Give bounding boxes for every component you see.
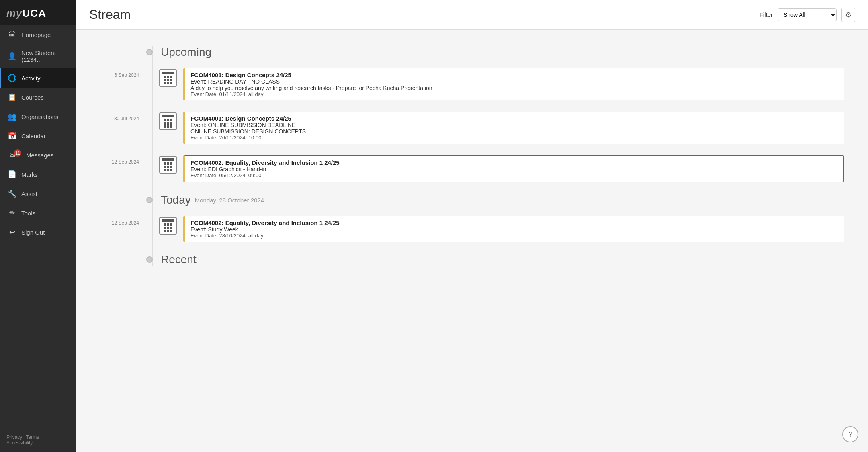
item-content: FCOM4001: Design Concepts 24/25 Event: O… [183,112,844,144]
card-date: Event Date: 01/11/2024, all day [190,91,838,97]
sidebar-item-label: Assist [21,190,37,197]
tl-dot-col [145,216,157,220]
card-date: Event Date: 26/11/2024, 10:00 [190,135,838,141]
item-content: FCOM4002: Equality, Diversity and Inclus… [183,216,844,242]
calendar-item-icon [159,156,177,174]
recent-dot-col [100,256,157,263]
card-event: Event: Study Week [190,226,838,233]
header-right: Filter Show All Courses Organisations ⚙ [760,8,855,22]
tl-dot-col [145,112,157,116]
stream-card[interactable]: FCOM4002: Equality, Diversity and Inclus… [183,216,844,242]
upcoming-label: Upcoming [161,46,211,59]
card-event: Event: EDI Graphics - Hand-in [190,166,837,172]
calendar-item-icon [159,69,177,87]
filter-select[interactable]: Show All Courses Organisations [778,8,837,21]
sidebar-item-label: New Student (1234... [21,49,70,63]
sidebar-item-marks[interactable]: 📄 Marks [0,165,76,184]
assist-icon: 🔧 [8,189,16,198]
sidebar-item-label: Courses [21,94,44,101]
sidebar-item-new-student[interactable]: 👤 New Student (1234... [0,44,76,68]
card-title: FCOM4001: Design Concepts 24/25 [190,72,838,78]
calendar-item-icon [159,112,177,130]
sidebar-item-label: Messages [26,152,53,159]
accessibility-link[interactable]: Accessibility [6,440,33,446]
sidebar-item-label: Marks [21,171,38,178]
privacy-link[interactable]: Privacy [6,434,22,440]
homepage-icon: 🏛 [8,31,16,39]
recent-dot [146,256,153,263]
sidebar-item-organisations[interactable]: 👥 Organisations [0,107,76,126]
card-desc: A day to help you resolve any writing an… [190,85,838,91]
sidebar-item-assist[interactable]: 🔧 Assist [0,184,76,203]
upcoming-section-header: Upcoming [100,46,844,59]
messages-wrap: ✉ 11 [8,151,21,160]
sidebar-item-signout[interactable]: ↩ Sign Out [0,223,76,242]
upcoming-dot-col [100,49,157,55]
calendar-item-icon [159,217,177,235]
timeline: Upcoming 6 Sep 2024 FCOM4001: Design [100,46,844,266]
app-logo: myUCA [0,0,76,25]
today-label: Today [161,194,191,207]
card-date: Event Date: 28/10/2024, all day [190,233,838,239]
item-date: 6 Sep 2024 [100,68,145,78]
upcoming-dot [146,49,153,55]
recent-label: Recent [161,253,197,266]
sidebar-item-label: Sign Out [21,229,45,236]
main-content: Stream Filter Show All Courses Organisat… [76,0,868,452]
item-date: 12 Sep 2024 [100,216,145,226]
tl-dot-col [145,155,157,159]
sidebar-item-homepage[interactable]: 🏛 Homepage [0,25,76,44]
table-row: 12 Sep 2024 FCOM4002: Equality, Diversit… [100,155,844,182]
sidebar-item-label: Homepage [21,31,51,38]
signout-icon: ↩ [8,228,16,237]
courses-icon: 📋 [8,93,16,102]
card-event: Event: ONLINE SUBMISSION DEADLINE [190,122,838,128]
table-row: 12 Sep 2024 FCOM4002: Equality, Diversit… [100,216,844,242]
item-date: 30 Jul 2024 [100,112,145,121]
card-date: Event Date: 05/12/2024, 09:00 [190,172,837,178]
sidebar-item-label: Organisations [21,113,59,120]
terms-link[interactable]: Terms [26,434,39,440]
page-header: Stream Filter Show All Courses Organisat… [76,0,868,30]
tools-icon: ✏ [8,209,16,217]
sidebar-item-label: Calendar [21,133,46,139]
table-row: 30 Jul 2024 FCOM4001: Design Concepts 24… [100,112,844,144]
today-dot-col [100,197,157,203]
stream-card-highlighted[interactable]: FCOM4002: Equality, Diversity and Inclus… [183,155,844,182]
calendar-icon: 📅 [8,131,16,140]
stream-card[interactable]: FCOM4001: Design Concepts 24/25 Event: R… [183,68,844,100]
stream-content: Upcoming 6 Sep 2024 FCOM4001: Design [76,30,868,452]
item-date: 12 Sep 2024 [100,155,145,165]
logo-my: my [6,7,23,19]
settings-button[interactable]: ⚙ [841,8,855,22]
sidebar-item-calendar[interactable]: 📅 Calendar [0,126,76,145]
tl-icon-col [157,112,179,130]
item-content: FCOM4001: Design Concepts 24/25 Event: R… [183,68,844,100]
sidebar-footer: Privacy Terms Accessibility [0,428,76,452]
sidebar-item-courses[interactable]: 📋 Courses [0,88,76,107]
sidebar-item-messages[interactable]: ✉ 11 Messages [0,145,76,165]
table-row: 6 Sep 2024 FCOM4001: Design Concepts 24/… [100,68,844,100]
sidebar-item-tools[interactable]: ✏ Tools [0,203,76,223]
card-title: FCOM4001: Design Concepts 24/25 [190,115,838,122]
tl-icon-col [157,216,179,235]
tl-icon-col [157,68,179,87]
stream-card[interactable]: FCOM4001: Design Concepts 24/25 Event: O… [183,112,844,144]
card-title: FCOM4002: Equality, Diversity and Inclus… [190,159,837,166]
marks-icon: 📄 [8,170,16,179]
filter-label: Filter [760,11,773,18]
today-dot [146,197,153,203]
today-section-header: Today Monday, 28 October 2024 [100,194,844,207]
recent-section-header: Recent [100,253,844,266]
sidebar-item-activity[interactable]: 🌐 Activity [0,68,76,88]
org-icon: 👥 [8,112,16,121]
help-button[interactable]: ? [842,426,858,442]
user-icon: 👤 [8,52,16,61]
sidebar: myUCA 🏛 Homepage 👤 New Student (1234... … [0,0,76,452]
sidebar-item-label: Activity [21,75,41,82]
tl-dot-col [145,68,157,72]
card-event: Event: READING DAY - NO CLASS [190,78,838,85]
logo-uca: UCA [23,7,46,19]
messages-badge: 11 [14,149,21,157]
card-title: FCOM4002: Equality, Diversity and Inclus… [190,219,838,226]
